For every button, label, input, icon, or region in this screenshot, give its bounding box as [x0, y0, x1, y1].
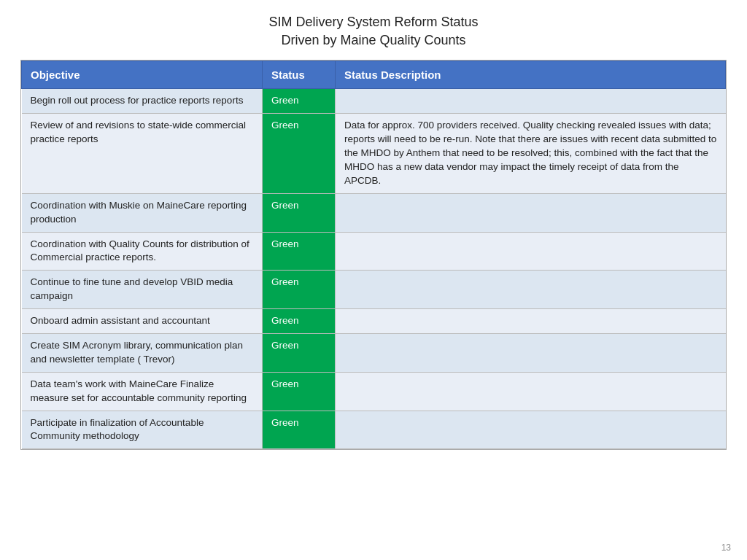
- table-row: Review of and revisions to state-wide co…: [22, 114, 726, 193]
- description-cell: [336, 372, 726, 411]
- description-cell: [336, 89, 726, 114]
- description-cell: [336, 271, 726, 309]
- title-line1: SIM Delivery System Reform Status: [268, 13, 478, 31]
- table-row: Begin roll out process for practice repo…: [22, 89, 726, 114]
- description-cell: [336, 232, 726, 271]
- objective-cell: Coordination with Muskie on MaineCare re…: [22, 193, 263, 232]
- header-status: Status: [263, 61, 336, 89]
- title-line2: Driven by Maine Quality Counts: [268, 31, 478, 50]
- objective-cell: Coordination with Quality Counts for dis…: [22, 232, 263, 271]
- description-cell: [336, 193, 726, 232]
- table-row: Create SIM Acronym library, communicatio…: [22, 333, 726, 372]
- objective-cell: Continue to fine tune and develop VBID m…: [22, 271, 263, 309]
- status-cell: Green: [263, 89, 336, 114]
- status-cell: Green: [263, 232, 336, 271]
- status-cell: Green: [263, 271, 336, 309]
- status-cell: Green: [263, 114, 336, 193]
- table-row: Coordination with Quality Counts for dis…: [22, 232, 726, 271]
- table-row: Coordination with Muskie on MaineCare re…: [22, 193, 726, 232]
- status-table: Objective Status Status Description Begi…: [21, 61, 726, 449]
- objective-cell: Onboard admin assistant and accountant: [22, 309, 263, 334]
- table-row: Continue to fine tune and develop VBID m…: [22, 271, 726, 309]
- objective-cell: Data team's work with MaineCare Finalize…: [22, 372, 263, 411]
- table-row: Participate in finalization of Accountab…: [22, 411, 726, 449]
- description-cell: Data for approx. 700 providers received.…: [336, 114, 726, 193]
- objective-cell: Review of and revisions to state-wide co…: [22, 114, 263, 193]
- status-cell: Green: [263, 193, 336, 232]
- main-table-wrapper: Objective Status Status Description Begi…: [20, 60, 727, 450]
- page-title: SIM Delivery System Reform Status Driven…: [268, 13, 478, 50]
- page-number: 13: [721, 542, 731, 553]
- status-cell: Green: [263, 411, 336, 449]
- table-row: Data team's work with MaineCare Finalize…: [22, 372, 726, 411]
- objective-cell: Begin roll out process for practice repo…: [22, 89, 263, 114]
- page-container: SIM Delivery System Reform Status Driven…: [0, 0, 747, 560]
- table-row: Onboard admin assistant and accountantGr…: [22, 309, 726, 334]
- status-cell: Green: [263, 333, 336, 372]
- header-objective: Objective: [22, 61, 263, 89]
- objective-cell: Participate in finalization of Accountab…: [22, 411, 263, 449]
- description-cell: [336, 309, 726, 334]
- status-cell: Green: [263, 372, 336, 411]
- table-header-row: Objective Status Status Description: [22, 61, 726, 89]
- status-cell: Green: [263, 309, 336, 334]
- header-description: Status Description: [336, 61, 726, 89]
- description-cell: [336, 411, 726, 449]
- description-cell: [336, 333, 726, 372]
- objective-cell: Create SIM Acronym library, communicatio…: [22, 333, 263, 372]
